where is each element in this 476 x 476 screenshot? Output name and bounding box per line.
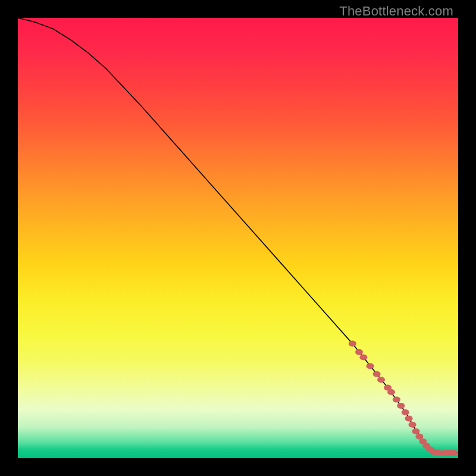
chart-frame: TheBottleneck.com xyxy=(0,0,476,476)
data-marker xyxy=(359,355,367,361)
data-marker xyxy=(349,341,356,347)
data-marker xyxy=(393,397,400,403)
watermark-label: TheBottleneck.com xyxy=(339,4,453,19)
plot-area: TheBottleneck.com xyxy=(18,18,458,458)
chart-overlay xyxy=(18,18,458,458)
data-marker xyxy=(355,349,363,355)
data-marker xyxy=(373,371,381,377)
data-marker xyxy=(402,409,409,415)
data-marker xyxy=(397,403,405,409)
data-marker xyxy=(409,422,416,428)
data-marker xyxy=(367,363,374,369)
data-marker xyxy=(434,450,442,456)
data-marker xyxy=(450,450,458,456)
data-marker xyxy=(377,377,385,383)
data-marker xyxy=(412,428,420,434)
data-marker xyxy=(405,415,413,421)
data-marker xyxy=(387,389,395,395)
bottleneck-curve xyxy=(18,18,458,453)
marker-group xyxy=(349,341,458,456)
